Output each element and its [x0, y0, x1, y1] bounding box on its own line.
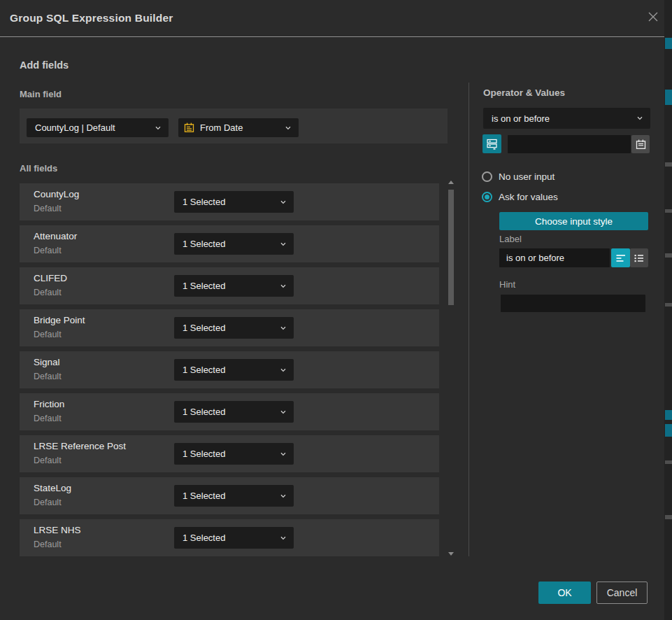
field-selected-dropdown[interactable]: 1 Selected	[174, 275, 294, 297]
field-selected-value: 1 Selected	[174, 365, 280, 375]
field-selected-value: 1 Selected	[174, 197, 280, 207]
field-selected-dropdown[interactable]: 1 Selected	[174, 233, 294, 255]
field-selected-value: 1 Selected	[174, 281, 280, 291]
scrollbar-down-arrow-icon[interactable]	[448, 552, 454, 556]
field-selected-value: 1 Selected	[174, 239, 280, 249]
field-row: CLIFEDDefault1 Selected	[20, 267, 439, 304]
field-selected-dropdown[interactable]: 1 Selected	[174, 527, 294, 549]
chevron-down-icon	[280, 325, 287, 332]
chevron-down-icon	[280, 241, 287, 248]
radio-circle-selected	[482, 192, 492, 202]
field-name: CountyLog	[34, 189, 79, 199]
field-name: Bridge Point	[34, 315, 85, 325]
field-name: Signal	[34, 357, 60, 367]
field-name: LRSE Reference Post	[34, 441, 126, 451]
unique-values-icon[interactable]	[482, 134, 501, 153]
edge-fragment	[665, 162, 672, 167]
main-layer-dropdown[interactable]: CountyLog | Default	[27, 118, 169, 137]
all-fields-label: All fields	[20, 163, 57, 174]
field-subtitle: Default	[34, 204, 62, 213]
field-subtitle: Default	[34, 246, 62, 255]
field-name: Friction	[34, 399, 64, 409]
radio-ask-for-values[interactable]: Ask for values	[482, 192, 558, 202]
calendar-picker-icon[interactable]	[631, 135, 650, 153]
edge-fragment	[665, 38, 672, 49]
field-row: StateLogDefault1 Selected	[20, 477, 439, 514]
field-name: CLIFED	[34, 273, 67, 283]
choose-input-style-button[interactable]: Choose input style	[499, 212, 648, 230]
value-list-style-icon[interactable]	[630, 248, 648, 267]
background-app-edge	[664, 0, 672, 620]
hint-field-label: Hint	[499, 279, 515, 290]
main-field-label: Main field	[20, 89, 62, 99]
field-row: SignalDefault1 Selected	[20, 351, 439, 388]
text-label-style-icon[interactable]	[611, 248, 630, 267]
radio-label: Ask for values	[499, 192, 558, 202]
chevron-down-icon	[280, 409, 287, 416]
value-input[interactable]	[508, 135, 631, 153]
chevron-down-icon	[285, 125, 292, 132]
field-row: LRSE NHSDefault1 Selected	[20, 519, 439, 556]
operator-dropdown-value: is on or before	[483, 113, 636, 124]
radio-no-user-input[interactable]: No user input	[482, 171, 555, 182]
field-selected-dropdown[interactable]: 1 Selected	[174, 359, 294, 381]
field-subtitle: Default	[34, 540, 62, 549]
titlebar-divider	[0, 36, 672, 37]
chevron-down-icon	[636, 115, 643, 122]
add-fields-heading: Add fields	[20, 59, 69, 71]
field-name: StateLog	[34, 483, 71, 493]
cancel-button[interactable]: Cancel	[596, 582, 648, 604]
field-selected-dropdown[interactable]: 1 Selected	[174, 317, 294, 339]
chevron-down-icon	[155, 125, 162, 132]
dialog-titlebar: Group SQL Expression Builder	[0, 0, 664, 36]
dialog-title: Group SQL Expression Builder	[10, 0, 173, 36]
chevron-down-icon	[280, 493, 287, 500]
field-name: LRSE NHS	[34, 525, 81, 535]
field-selected-dropdown[interactable]: 1 Selected	[174, 401, 294, 423]
field-selected-dropdown[interactable]: 1 Selected	[174, 485, 294, 507]
field-selected-value: 1 Selected	[174, 323, 280, 333]
field-subtitle: Default	[34, 456, 62, 465]
field-row: FrictionDefault1 Selected	[20, 393, 439, 430]
field-selected-dropdown[interactable]: 1 Selected	[174, 191, 294, 213]
radio-label: No user input	[499, 171, 555, 182]
field-name: Attenuator	[34, 231, 77, 241]
field-subtitle: Default	[34, 330, 62, 339]
hint-input[interactable]	[501, 295, 645, 312]
edge-fragment	[665, 90, 672, 105]
label-input[interactable]	[499, 248, 610, 267]
operator-dropdown[interactable]: is on or before	[483, 108, 650, 129]
panel-divider	[469, 83, 469, 556]
field-selected-dropdown[interactable]: 1 Selected	[174, 443, 294, 465]
operator-values-heading: Operator & Values	[483, 87, 565, 98]
field-selected-value: 1 Selected	[174, 449, 280, 459]
field-subtitle: Default	[34, 498, 62, 507]
radio-circle-unselected	[482, 171, 492, 182]
field-subtitle: Default	[34, 372, 62, 381]
label-field-label: Label	[499, 234, 522, 244]
main-layer-dropdown-value: CountyLog | Default	[27, 122, 155, 133]
all-fields-list: CountyLogDefault1 SelectedAttenuatorDefa…	[20, 183, 439, 556]
edge-fragment	[665, 515, 672, 519]
field-selected-value: 1 Selected	[174, 533, 280, 543]
chevron-down-icon	[280, 535, 287, 542]
ok-button[interactable]: OK	[538, 582, 591, 604]
chevron-down-icon	[280, 199, 287, 206]
edge-fragment	[665, 424, 672, 437]
field-row: AttenuatorDefault1 Selected	[20, 225, 439, 262]
field-row: LRSE Reference PostDefault1 Selected	[20, 435, 439, 472]
edge-fragment	[665, 460, 672, 464]
group-sql-expression-builder-dialog: Group SQL Expression Builder Add fields …	[0, 0, 664, 620]
scrollbar-up-arrow-icon[interactable]	[448, 181, 454, 184]
chevron-down-icon	[280, 367, 287, 374]
scrollbar-thumb[interactable]	[448, 190, 454, 305]
field-row: CountyLogDefault1 Selected	[20, 183, 439, 220]
main-field-dropdown[interactable]: From Date	[178, 118, 299, 137]
field-selected-value: 1 Selected	[174, 407, 280, 417]
close-icon[interactable]	[647, 10, 659, 23]
edge-fragment	[665, 209, 672, 213]
calendar-icon	[184, 122, 194, 133]
field-subtitle: Default	[34, 414, 62, 423]
chevron-down-icon	[280, 283, 287, 290]
main-field-band: CountyLog | Default From Date	[20, 108, 448, 143]
